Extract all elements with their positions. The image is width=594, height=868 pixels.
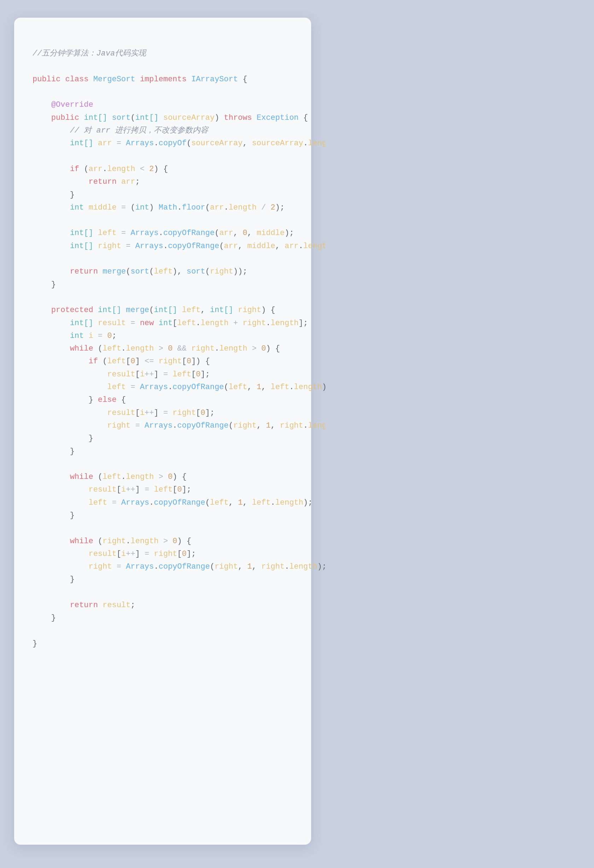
annotation-override: @Override: [51, 100, 93, 109]
type-int-arr4: int[]: [70, 229, 93, 238]
kw-while3: while: [70, 537, 93, 546]
kw-if1: if: [70, 165, 79, 174]
var-result-return: result: [102, 601, 130, 610]
kw-return2: return: [70, 267, 98, 276]
class-exception: Exception: [257, 114, 299, 122]
kw-else: else: [98, 396, 117, 404]
method-merge1: merge: [102, 267, 126, 276]
var-sourcearray: sourceArray: [163, 114, 214, 122]
kw-return1: return: [89, 177, 116, 186]
kw-protected: protected: [51, 306, 93, 314]
var-arr: arr: [98, 139, 112, 148]
comment-copy: // 对 arr 进行拷贝，不改变参数内容: [70, 126, 208, 135]
type-int-arr6: int[]: [98, 306, 121, 314]
brace-open: {: [242, 75, 247, 84]
var-right: right: [98, 242, 121, 251]
kw-if2: if: [89, 357, 98, 366]
var-i: i: [89, 332, 93, 340]
type-int-arr3: int[]: [70, 139, 93, 148]
type-int-arr5: int[]: [70, 242, 93, 251]
class-iarraySort: IArraySort: [191, 75, 238, 84]
var-right-assign2: right: [89, 562, 112, 571]
kw-class: class: [65, 75, 89, 84]
method-sort: sort: [112, 114, 130, 122]
type-int2: int: [70, 332, 84, 340]
var-result-assign2: result: [107, 409, 135, 418]
type-int-arr: int[]: [84, 114, 107, 122]
type-int-arr2: int[]: [135, 114, 158, 122]
var-middle: middle: [89, 203, 116, 212]
var-result-assign3: result: [89, 485, 116, 494]
var-left-assign2: left: [89, 498, 107, 507]
class-mergesort: MergeSort: [93, 75, 135, 84]
kw-while2: while: [70, 472, 93, 481]
code-block: //五分钟学算法：Java代码实现 public class MergeSort…: [33, 35, 293, 663]
var-result: result: [98, 319, 126, 328]
kw-implements: implements: [140, 75, 187, 84]
kw-return3: return: [70, 601, 98, 610]
type-int1: int: [70, 203, 84, 212]
var-left-assign1: left: [107, 383, 126, 391]
method-merge-def: merge: [126, 306, 149, 314]
kw-while1: while: [70, 344, 93, 353]
code-card: //五分钟学算法：Java代码实现 public class MergeSort…: [14, 18, 311, 845]
type-int-arr7: int[]: [70, 319, 93, 328]
var-result-assign1: result: [107, 370, 135, 379]
kw-public2: public: [51, 114, 79, 122]
var-right-assign1: right: [107, 421, 130, 430]
kw-throws: throws: [224, 114, 252, 122]
kw-public: public: [33, 75, 61, 84]
var-left: left: [98, 229, 117, 238]
var-result-assign4: result: [89, 549, 116, 558]
comment-header: //五分钟学算法：Java代码实现: [33, 49, 146, 58]
